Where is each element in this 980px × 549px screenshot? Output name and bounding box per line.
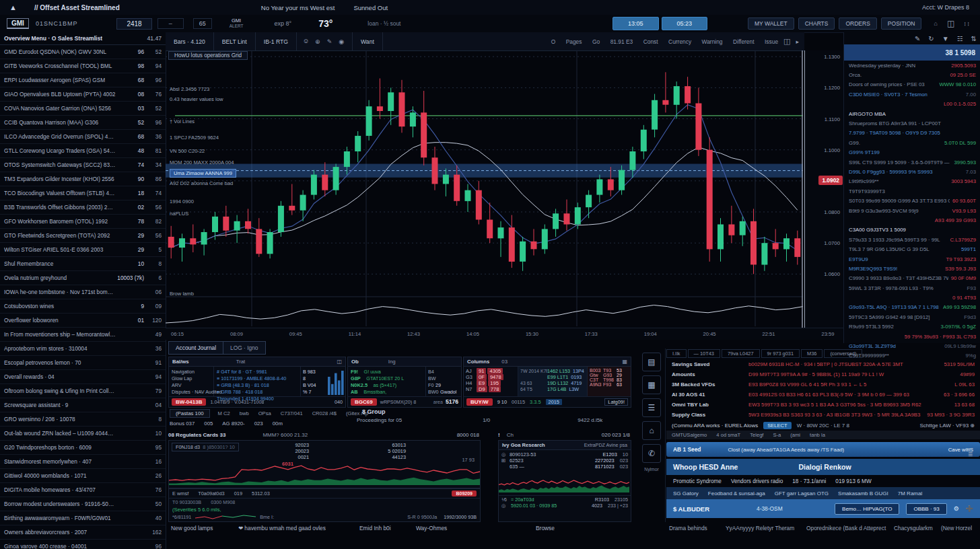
session-clock-1[interactable]: 13:05 [612, 17, 659, 30]
status-item[interactable]: Oporednikece (Bask d Atteprect [806, 525, 886, 532]
feed-item[interactable]: G99% 9T199 [844, 148, 980, 157]
feed-item[interactable]: 59 79% 39u93 · F993 3L C793 [844, 332, 980, 341]
account-tab[interactable]: 9r 973 g031 [761, 349, 800, 358]
buy-button[interactable]: BUY/W [466, 398, 493, 406]
status-item[interactable]: ❤ havembu wmah med gaad ovles [238, 525, 326, 532]
status-item[interactable]: Way-Ohmes [416, 525, 447, 532]
feed-item[interactable]: G9o93-T5L A9Q · 19T13 93A 7 1 L798 596A9… [844, 303, 980, 312]
watchlist-row[interactable]: TM3 Expandors Gilder Incester (KHOI) 255… [0, 172, 166, 186]
feed-item[interactable]: R9u99 5T3L3 59923-097/9L 0 5gZ [844, 322, 980, 332]
draw-icon[interactable]: ✎ [327, 38, 332, 45]
watchlist-row[interactable]: Ginoa varove 400 crease · 0400196 [0, 540, 166, 549]
feed-item[interactable]: Shrueproms BTG A9rr3A 991 · LCP00T [844, 118, 980, 128]
panelA-badge[interactable]: BW-0413B [172, 398, 206, 406]
watchlist-row[interactable]: GRO wersinno / 208 · 100788 [0, 412, 166, 427]
feed-item[interactable]: S0T03 99o99 59009 G999 A3 3T.T3 E993 096… [844, 196, 980, 205]
grid-icon[interactable]: ▦ [642, 375, 661, 394]
feed-item[interactable]: Wednesday yesterday · JNN2905.5093 [844, 61, 980, 70]
feed-item[interactable]: S79u33 3 1933 J9c99A 599T3 99 · 99LC.L37… [844, 235, 980, 244]
watchlist-row[interactable]: GFO Workhorsen Baromem (OTOL) 19927882 [0, 215, 166, 229]
phone-icon[interactable]: ✆ [642, 444, 661, 463]
chart-canvas[interactable]: Absl 2.3456 77230.43 heavier values low†… [166, 50, 804, 328]
account-tab[interactable]: (conversed) [824, 349, 862, 358]
feed-item[interactable]: B9t9 9 G3u3w993-5VCM 99j9V93.9 L93 [844, 206, 980, 215]
tool-const[interactable]: Const [643, 38, 658, 45]
watchlist-row[interactable]: GIAO Openvalues BLB Uptown (PYTA) 400208… [0, 87, 166, 102]
feed-selected-row[interactable]: 38 1 5098 [844, 44, 980, 61]
feed-item[interactable]: T9L3 7 9R G96 L35U9C G 39 D5L599T1 [844, 244, 980, 254]
watchlist-row[interactable]: IOWA he-one tombstone · Nov 171st bombed… [0, 285, 166, 299]
latest-chip[interactable]: Latg09! [604, 398, 628, 406]
feed-item[interactable]: 59T9C3 5A999 G942 49 98 [D912]F9d3 [844, 312, 980, 322]
feed-item[interactable]: L00 0.1-5.025 [844, 100, 980, 109]
chartD-sub-badge[interactable]: B09209 [452, 490, 477, 497]
price-scale[interactable]: 1.13001.12001.11001.10001.09001.08001.07… [804, 50, 844, 328]
watchlist-row[interactable]: Gittiwol 40000 womblands · 107126 [0, 469, 166, 483]
watchlist-row[interactable]: Stanwidmorest memorlywhen · 40716 [0, 455, 166, 469]
watchlist-row[interactable]: Wilton STGiser ARIEL 501-E 0366 2003295 [0, 243, 166, 257]
positions-button[interactable]: POSITION [881, 17, 922, 30]
status-item[interactable]: YyAAnyyyy Reletyr Theram [726, 525, 794, 532]
status-item[interactable]: New good lamps [171, 525, 213, 532]
feed-item[interactable]: AIRGOTO MBA [844, 109, 980, 118]
watchlist-row[interactable]: Escopal petrovenos lemon · 7091 [0, 356, 166, 370]
feed-item[interactable]: T9T9T93999T3 [844, 186, 980, 196]
secondary-action-button[interactable]: OBBB · 93 [906, 503, 946, 515]
watchlist-row[interactable]: Shul Remembrance108 [0, 257, 166, 271]
position-row[interactable]: AI 30 AOS 41E03 49912S 03 B33 H6 61 63 P… [666, 390, 980, 400]
account-blue-bar[interactable]: AB 1 Seed Clost (away Ahead/TA1GA Aeeds … [666, 442, 980, 457]
menu-right[interactable]: Sunned Out [353, 4, 388, 11]
watchlist-row[interactable]: CCIB Quantova Harrison (MAA) G3065296 [0, 116, 166, 130]
dial-control[interactable]: 65 [193, 18, 212, 29]
tool-go[interactable]: Go [592, 38, 600, 45]
orders-button[interactable]: ORDERS [839, 17, 876, 30]
quantity-input[interactable]: 2418 [116, 18, 151, 30]
quantity-stepper[interactable]: ‒ [158, 18, 184, 29]
watchlist-row[interactable]: Ovela nutrium greyhound10003 (7k)6 [0, 271, 166, 285]
expand-icon[interactable]: ▸ [796, 38, 799, 45]
feed-item[interactable]: 7.9799 · T9AT09 5098 · O9Y9 D9 7305 [844, 129, 980, 138]
watchlist-row[interactable]: GMD Eurodot QSDNA (NOK) GWV 30NL9652 [0, 45, 166, 59]
watchlist-row[interactable]: ERPI Loudwasser Aerogen (SPAS) GSM6896 [0, 73, 166, 87]
panelC-grid-icon[interactable]: ▦ [622, 359, 627, 365]
tool-different[interactable]: Different [733, 38, 755, 45]
tool-pages[interactable]: Pages [566, 38, 582, 45]
watchlist-row[interactable]: DIGITA mobile homewares · 43/470776 [0, 483, 166, 497]
watchlist-row[interactable]: GITB Veeworks Crosschannel (TOOL) BML989… [0, 59, 166, 73]
status-item[interactable]: (New Horzel [941, 525, 972, 532]
layout-icon[interactable]: ◫ [947, 19, 954, 28]
grid-layout-icon[interactable]: ◫ [783, 37, 790, 46]
candlestick-chart[interactable] [166, 50, 804, 328]
magnet-icon[interactable]: ⎊ [304, 38, 308, 45]
watchlist-row[interactable]: Oftroom bolong swing & Ufing In Print Co… [0, 384, 166, 398]
account-tab[interactable]: — 10T43 [688, 349, 720, 358]
feed-item[interactable]: S99L CT9 S999 19 5099 · 3.6-5-09T9T9 —39… [844, 157, 980, 167]
feed-item[interactable]: E9T9U9T9 T93 39Z3 [844, 254, 980, 264]
watchlist-row[interactable]: Overall rewards · 0494 [0, 370, 166, 384]
tool-issue[interactable]: Issue [765, 38, 778, 45]
watchlist-row[interactable]: Birthing awwawaromyearn · F0WR/G0W0140 [0, 511, 166, 525]
home-rail-icon[interactable]: ⌂ [642, 421, 661, 440]
filter-icon[interactable]: ▼ [942, 35, 949, 42]
alert-widget[interactable]: GMI ALERT [230, 18, 244, 29]
feed-item[interactable]: 59WL 3 3T3R · 9978-093 L93 · T9%F93 [844, 283, 980, 293]
watchlist-row[interactable]: TCO Biocodings Valuest Offtown (STLB) 42… [0, 186, 166, 200]
feed-item[interactable]: 0 91 4T93 [844, 293, 980, 302]
signal-icon[interactable]: ☷ [957, 35, 963, 42]
account-tab[interactable]: M36 [801, 349, 823, 358]
chart-tab-belt[interactable]: BELT Lint [214, 32, 256, 50]
chartD-legend-chip[interactable]: F0NJ18 d3 8 )850301? 10 [172, 443, 239, 451]
position-row[interactable]: AmountsD99 M9T?T3 99T9A A 9# · 5 9BB9L (… [666, 369, 980, 379]
tab-log[interactable]: LOG · Igno [223, 342, 265, 354]
watchlist-row[interactable]: Owners abbreviavorcrears · 2007162 [0, 525, 166, 540]
charts-button[interactable]: CHARTS [798, 17, 835, 30]
watchlist-row[interactable]: Cotsubovston wines909 [0, 299, 166, 314]
status-item[interactable]: Emid Inh b0i [359, 525, 391, 532]
watchlist-row[interactable]: Borrow modest undersweaters · 91916-504 … [0, 497, 166, 511]
position-row[interactable]: Savings Savedb0029M 6931B HC-M · 934 i 5… [666, 359, 980, 369]
watchlist-row[interactable]: G20 Twindporeshops borton · 600995 [0, 441, 166, 455]
watchlist-row[interactable]: In From moventioners ship – Memorantowly… [0, 328, 166, 342]
watchlist-row[interactable]: ILCO Advancedge Grid Overrun (SPOL) 4032… [0, 130, 166, 144]
account-label[interactable]: Acct: W Drapes 8 [922, 4, 969, 11]
watchlist-row[interactable]: Overflower loboworen01120 [0, 314, 166, 328]
